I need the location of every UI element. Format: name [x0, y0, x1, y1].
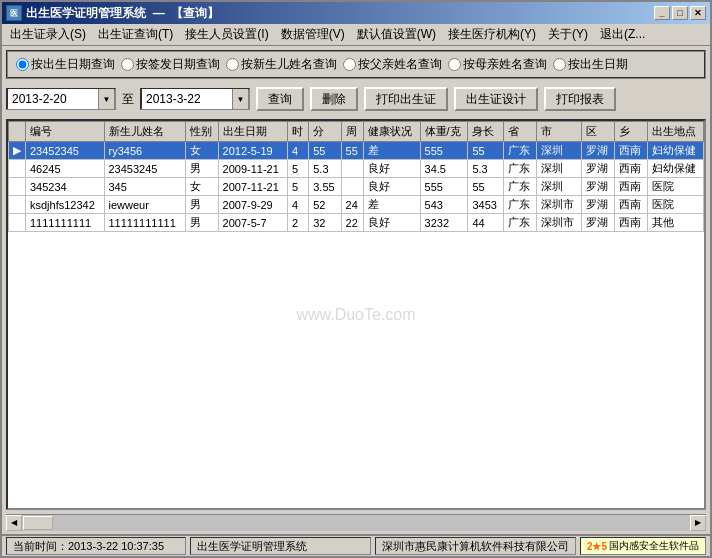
window-title-text: 出生医学证明管理系统: [26, 6, 146, 20]
radio-birthdate2[interactable]: 按出生日期: [553, 56, 628, 73]
menu-item-about[interactable]: 关于(Y): [542, 24, 594, 45]
cell-10: 44: [468, 214, 504, 232]
h-scroll-right[interactable]: ▶: [690, 515, 706, 531]
table-row[interactable]: ▶23452345ry3456女2012-5-1945555差55555广东深圳…: [9, 142, 704, 160]
date-to-input[interactable]: [142, 89, 232, 109]
radio-mother-name[interactable]: 按母亲姓名查询: [448, 56, 547, 73]
data-table: 编号 新生儿姓名 性别 出生日期 时 分 周 健康状况 体重/克 身长 省 市 …: [8, 121, 704, 232]
col-province[interactable]: 省: [504, 122, 537, 142]
delete-button[interactable]: 删除: [310, 87, 358, 111]
date-from-input[interactable]: [8, 89, 98, 109]
cell-3: 男: [185, 196, 218, 214]
cell-14: 西南: [614, 178, 647, 196]
date-from-dropdown[interactable]: ▼: [98, 89, 114, 109]
col-indicator: [9, 122, 26, 142]
cell-7: [341, 178, 364, 196]
cell-1: 345234: [26, 178, 105, 196]
cell-9: 543: [420, 196, 468, 214]
menu-item-medical-org[interactable]: 接生医疗机构(Y): [442, 24, 542, 45]
table-row[interactable]: 111111111111111111111男2007-5-723222良好323…: [9, 214, 704, 232]
col-health[interactable]: 健康状况: [364, 122, 420, 142]
cell-12: 深圳市: [536, 196, 581, 214]
print-cert-button[interactable]: 打印出生证: [364, 87, 448, 111]
cell-0: [9, 178, 26, 196]
cell-11: 广东: [504, 160, 537, 178]
date-to-dropdown[interactable]: ▼: [232, 89, 248, 109]
menu-item-staff-settings[interactable]: 接生人员设置(I): [179, 24, 274, 45]
cell-7: 24: [341, 196, 364, 214]
date-to-wrap: ▼: [140, 88, 250, 110]
menu-item-birth-entry[interactable]: 出生证录入(S): [4, 24, 92, 45]
h-scrollbar[interactable]: ◀ ▶: [6, 514, 706, 530]
cell-12: 深圳: [536, 160, 581, 178]
table-row[interactable]: ksdjhfs12342iewweur男2007-9-2945224差54334…: [9, 196, 704, 214]
cell-6: 5.3: [309, 160, 341, 178]
col-city[interactable]: 市: [536, 122, 581, 142]
radio-signdate[interactable]: 按签发日期查询: [121, 56, 220, 73]
h-scroll-track[interactable]: [22, 515, 690, 531]
cell-14: 西南: [614, 196, 647, 214]
menu-item-data-management[interactable]: 数据管理(V): [275, 24, 351, 45]
cell-9: 555: [420, 142, 468, 160]
radio-birthdate[interactable]: 按出生日期查询: [16, 56, 115, 73]
data-table-container[interactable]: www.DuoTe.com 编号 新生儿姓名 性别 出生日期 时 分 周 健康状…: [6, 119, 706, 510]
status-company: 深圳市惠民康计算机软件科技有限公司: [375, 537, 576, 555]
menu-item-defaults[interactable]: 默认值设置(W): [351, 24, 442, 45]
cell-10: 55: [468, 142, 504, 160]
cell-8: 差: [364, 196, 420, 214]
col-hour[interactable]: 时: [287, 122, 308, 142]
cell-9: 555: [420, 178, 468, 196]
col-name[interactable]: 新生儿姓名: [104, 122, 185, 142]
cell-5: 5: [287, 178, 308, 196]
cell-13: 罗湖: [581, 160, 614, 178]
menu-item-exit[interactable]: 退出(Z...: [594, 24, 651, 45]
radio-baby-name[interactable]: 按新生儿姓名查询: [226, 56, 337, 73]
query-button[interactable]: 查询: [256, 87, 304, 111]
cell-2: 23453245: [104, 160, 185, 178]
col-birthdate[interactable]: 出生日期: [218, 122, 287, 142]
menu-bar: 出生证录入(S) 出生证查询(T) 接生人员设置(I) 数据管理(V) 默认值设…: [2, 24, 710, 46]
status-system-name: 出生医学证明管理系统: [190, 537, 371, 555]
col-min[interactable]: 分: [309, 122, 341, 142]
h-scroll-thumb[interactable]: [23, 516, 53, 530]
print-report-button[interactable]: 打印报表: [544, 87, 616, 111]
cell-9: 34.5: [420, 160, 468, 178]
col-place[interactable]: 出生地点: [647, 122, 703, 142]
date-separator: 至: [122, 91, 134, 108]
main-window: 医 出生医学证明管理系统 — 【查询】 _ □ ✕ 出生证录入(S) 出生证查询…: [0, 0, 712, 558]
col-height[interactable]: 身长: [468, 122, 504, 142]
cell-1: 1111111111: [26, 214, 105, 232]
cell-14: 西南: [614, 142, 647, 160]
cell-1: ksdjhfs12342: [26, 196, 105, 214]
cell-6: 52: [309, 196, 341, 214]
minimize-button[interactable]: _: [654, 6, 670, 20]
cell-2: 345: [104, 178, 185, 196]
h-scroll-left[interactable]: ◀: [6, 515, 22, 531]
maximize-button[interactable]: □: [672, 6, 688, 20]
menu-item-birth-query[interactable]: 出生证查询(T): [92, 24, 179, 45]
cell-6: 55: [309, 142, 341, 160]
window-title: 出生医学证明管理系统 — 【查询】: [26, 5, 219, 22]
security-text: 国内感安全生软件品: [609, 539, 699, 553]
cert-design-button[interactable]: 出生证设计: [454, 87, 538, 111]
col-town[interactable]: 乡: [614, 122, 647, 142]
table-body: ▶23452345ry3456女2012-5-1945555差55555广东深圳…: [9, 142, 704, 232]
table-row[interactable]: 345234345女2007-11-2153.55良好55555广东深圳罗湖西南…: [9, 178, 704, 196]
cell-1: 23452345: [26, 142, 105, 160]
cell-4: 2007-9-29: [218, 196, 287, 214]
radio-father-name[interactable]: 按父亲姓名查询: [343, 56, 442, 73]
col-week[interactable]: 周: [341, 122, 364, 142]
cell-14: 西南: [614, 160, 647, 178]
cell-10: 55: [468, 178, 504, 196]
col-district[interactable]: 区: [581, 122, 614, 142]
cell-4: 2009-11-21: [218, 160, 287, 178]
col-id[interactable]: 编号: [26, 122, 105, 142]
cell-3: 女: [185, 178, 218, 196]
cell-12: 深圳: [536, 178, 581, 196]
col-weight[interactable]: 体重/克: [420, 122, 468, 142]
date-filter-row: ▼ 至 ▼ 查询 删除 打印出生证 出生证设计 打印报表: [6, 83, 706, 115]
close-button[interactable]: ✕: [690, 6, 706, 20]
table-row[interactable]: 4624523453245男2009-11-2155.3良好34.55.3广东深…: [9, 160, 704, 178]
col-gender[interactable]: 性别: [185, 122, 218, 142]
cell-15: 妇幼保健: [647, 142, 703, 160]
